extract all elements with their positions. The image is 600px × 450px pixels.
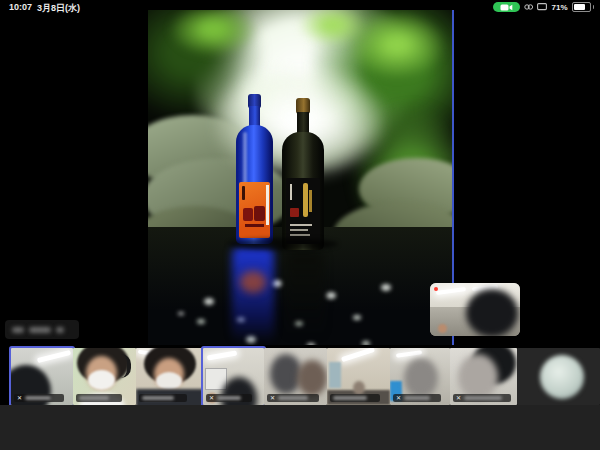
video-tile[interactable]: ✕ <box>11 348 73 405</box>
display-icon <box>537 3 547 11</box>
video-tile[interactable]: ✕ <box>264 348 327 405</box>
meeting-toolbar <box>0 405 600 450</box>
camera-glyph-icon <box>500 4 513 11</box>
meeting-app-window: 10:07 3月8日(水) 71% <box>0 0 600 450</box>
small-person <box>353 381 365 395</box>
black-bottle-label <box>286 178 320 244</box>
avatar-tile[interactable] <box>517 348 600 405</box>
camera-in-use-indicator-pill <box>493 2 520 12</box>
video-tile[interactable] <box>73 348 136 405</box>
participant-name-pill <box>76 394 122 402</box>
participant-name-pill: ✕ <box>267 394 319 402</box>
pip-small-face <box>438 324 447 333</box>
white-mask <box>156 372 182 390</box>
participant-name-pill <box>139 394 187 402</box>
battery-fill <box>574 4 585 10</box>
battery-icon <box>572 2 595 12</box>
blue-bottle <box>236 94 273 244</box>
headset-band <box>113 354 131 378</box>
hotspot-icon <box>524 3 533 11</box>
video-tile[interactable] <box>136 348 203 405</box>
video-tile[interactable]: ✕ <box>450 348 517 405</box>
photo-foliage <box>168 10 258 57</box>
participant-name-pill: ✕ <box>206 394 252 402</box>
shared-screen-content <box>148 10 452 345</box>
label-reflection <box>240 271 266 293</box>
participant-name-pill: ✕ <box>14 394 64 402</box>
participant-name-pill <box>330 394 380 402</box>
white-mask <box>88 370 115 390</box>
blue-bottle-label <box>239 182 270 238</box>
mic-muted-icon: ✕ <box>456 395 461 401</box>
self-view-pip[interactable] <box>430 283 520 336</box>
person-head <box>297 360 327 396</box>
participant-name-pill: ✕ <box>453 394 511 402</box>
video-tile[interactable]: ✕ <box>203 348 264 405</box>
presenter-name-pill <box>5 320 79 339</box>
mic-muted-icon: ✕ <box>270 395 275 401</box>
person-head <box>404 358 438 398</box>
mic-muted-icon: ✕ <box>209 395 214 401</box>
battery-percent: 71% <box>551 3 567 12</box>
black-bottle <box>282 98 324 250</box>
waterline-shadow <box>228 238 338 250</box>
photo-water-sparkles <box>178 312 184 315</box>
mic-muted-icon: ✕ <box>396 395 401 401</box>
blue-bottle-reflection <box>232 247 274 343</box>
video-tile[interactable] <box>327 348 390 405</box>
participant-name-pill: ✕ <box>393 394 441 402</box>
window-frame <box>329 362 341 388</box>
mic-muted-icon: ✕ <box>17 395 22 401</box>
video-tile[interactable]: ✕ <box>390 348 450 405</box>
recording-dot <box>434 287 438 291</box>
black-bottle-reflection <box>286 251 324 339</box>
photo-foliage <box>298 10 368 46</box>
avatar <box>540 355 584 399</box>
status-date: 3月8日(水) <box>37 2 80 15</box>
status-time: 10:07 <box>9 2 32 12</box>
pip-person-head <box>466 289 518 336</box>
